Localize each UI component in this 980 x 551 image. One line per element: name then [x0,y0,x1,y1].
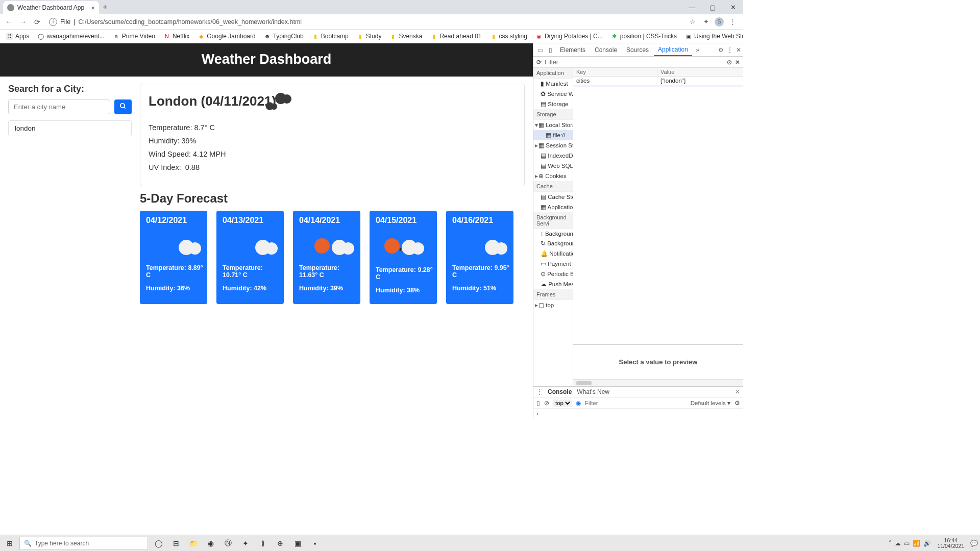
sidebar-payment[interactable]: ▭ Payment H [533,259,573,269]
today-wind: Wind Speed: 4.12 MPH [149,150,516,158]
sidebar-bg-fetch[interactable]: ↕ Backgroun [533,229,573,238]
close-devtools-icon[interactable]: ✕ [736,46,741,54]
maximize-button[interactable]: ▢ [702,4,723,11]
kebab-icon[interactable]: ⋮ [727,46,733,54]
clear-icon[interactable]: ✕ [735,59,740,66]
bookmark-item[interactable]: ▮Bootcamp [309,32,352,41]
browser-tab[interactable]: Weather Dashboard App × [3,1,99,14]
bookmark-item[interactable]: aPrime Video [110,32,158,41]
devtools-tab-console[interactable]: Console [591,44,621,56]
bookmark-star-icon[interactable]: ☆ [688,18,697,26]
tab-favicon [7,4,14,11]
devtools-panel: ▭ ▯ Elements Console Sources Application… [533,43,743,418]
sidebar-notifications[interactable]: 🔔 Notificatio [533,248,573,259]
sidebar-session-storage[interactable]: ▸▦ Session Sto [533,140,573,151]
back-button[interactable]: ← [3,18,14,26]
close-window-button[interactable]: ✕ [723,4,743,11]
console-context-select[interactable]: top [553,399,572,407]
drawer-kebab-icon[interactable]: ⋮ [536,388,543,395]
console-tab[interactable]: Console [548,388,572,395]
sidebar-local-storage[interactable]: ▾▦ Local Stora [533,120,573,130]
devtools-tab-sources[interactable]: Sources [622,44,653,56]
svg-line-1 [124,107,126,109]
bookmark-item[interactable]: ▣Using the Web Stor... [682,32,743,41]
kv-value-header: Value [657,68,743,76]
kv-row[interactable]: cities ["london"] [573,77,743,85]
console-sidebar-icon[interactable]: ▯ [536,399,540,407]
bookmark-item[interactable]: ◉Drying Potatoes | C... [532,32,606,41]
sidebar-websql[interactable]: ▤ Web SQL [533,161,573,171]
apps-button[interactable]: ⠿Apps [3,32,32,41]
sidebar-cache-storage[interactable]: ▤ Cache Stor [533,192,573,202]
close-drawer-icon[interactable]: ✕ [735,388,740,395]
bookmark-item[interactable]: ◯iwanagahime/event... [34,32,107,41]
section-background: Background Servi [533,212,573,229]
search-button[interactable] [114,99,132,114]
url-path: C:/Users/soume/coding_bootcamp/homeworks… [78,18,302,26]
sidebar-bg-sync[interactable]: ↻ Backgroun [533,238,573,248]
new-tab-button[interactable]: + [99,3,111,12]
console-prompt[interactable]: › [533,409,743,418]
forward-button[interactable]: → [17,18,29,26]
profile-avatar[interactable]: S [715,17,724,27]
more-tabs-icon[interactable]: » [693,46,702,54]
inspect-icon[interactable]: ▭ [535,46,545,54]
whats-new-tab[interactable]: What's New [577,388,609,395]
forecast-row: 04/12/2021Temperature: 8.89° CHumidity: … [140,211,525,304]
city-search-input[interactable] [8,99,110,114]
bookmark-item[interactable]: ◆Google Jamboard [194,32,258,41]
reload-button[interactable]: ⟳ [32,18,43,26]
site-info-icon[interactable]: i [49,18,57,26]
block-icon[interactable]: ⊘ [727,59,732,66]
minimize-button[interactable]: — [682,4,702,11]
sidebar-storage[interactable]: ▤ Storage [533,99,573,109]
devtools-tab-elements[interactable]: Elements [556,44,590,56]
sidebar-cookies[interactable]: ▸⊕ Cookies [533,171,573,181]
url-box[interactable]: i File | C:/Users/soume/coding_bootcamp/… [46,18,685,26]
sidebar-manifest[interactable]: ▮ Manifest [533,79,573,89]
history-item[interactable]: london [8,120,132,136]
bookmark-item[interactable]: ▮Study [354,32,385,41]
close-tab-icon[interactable]: × [91,4,95,12]
devtools-filter-input[interactable] [545,59,724,66]
bookmark-item[interactable]: ▮css styling [487,32,530,41]
today-title: London (04/11/2021) [149,93,516,109]
bookmark-item[interactable]: ☻TypingClub [261,32,307,41]
extensions-icon[interactable]: ✦ [701,18,710,26]
today-card: London (04/11/2021) Temperature: 8.7° C … [140,84,525,186]
forecast-temp: Temperature: 8.89° C [144,264,203,279]
today-uv: UV Index: 0.88 [149,163,516,171]
sidebar-service-workers[interactable]: ✿ Service Wo [533,89,573,99]
horizontal-scrollbar[interactable] [573,379,743,386]
sidebar-frame-top[interactable]: ▸▢ top [533,300,573,310]
bookmark-item[interactable]: ▮Read ahead 01 [427,32,484,41]
console-settings-icon[interactable]: ⚙ [734,399,740,407]
bookmark-item[interactable]: ▮Svenska [386,32,425,41]
kv-key-header: Key [573,68,657,76]
refresh-icon[interactable]: ⟳ [536,59,542,66]
drying-icon: ◉ [535,33,543,40]
folder-icon: ▮ [312,33,319,40]
sidebar-app-cache[interactable]: ▦ Applicatior [533,202,573,212]
sidebar-indexeddb[interactable]: ▤ IndexedDB [533,151,573,161]
devtools-tab-application[interactable]: Application [654,44,692,56]
menu-icon[interactable]: ⋮ [728,18,737,26]
sidebar-push[interactable]: ☁ Push Mess [533,279,573,289]
apps-icon: ⠿ [6,33,13,40]
sidebar-local-storage-file[interactable]: ▦ file:// [533,130,573,140]
kv-header: Key Value [573,68,743,77]
bookmark-item[interactable]: ✱position | CSS-Tricks [608,32,680,41]
amazon-icon: a [113,33,120,40]
console-filter-input[interactable] [585,400,687,406]
console-levels[interactable]: Default levels ▾ [691,399,730,407]
devtools-sidebar: Application ▮ Manifest ✿ Service Wo ▤ St… [533,68,573,386]
settings-icon[interactable]: ⚙ [718,46,724,54]
device-icon[interactable]: ▯ [546,46,555,54]
console-clear-icon[interactable]: ⊘ [544,399,549,407]
console-toolbar: ▯ ⊘ top ◉ Default levels ▾ ⚙ [533,397,743,409]
forecast-date: 04/16/2021 [450,216,493,225]
forecast-card: 04/15/2021Temperature: 9.28° CHumidity: … [370,211,437,304]
bookmark-item[interactable]: NNetflix [160,32,192,41]
forecast-temp: Temperature: 9.28° C [374,266,433,281]
sidebar-periodic[interactable]: ⊙ Periodic Ba [533,269,573,279]
